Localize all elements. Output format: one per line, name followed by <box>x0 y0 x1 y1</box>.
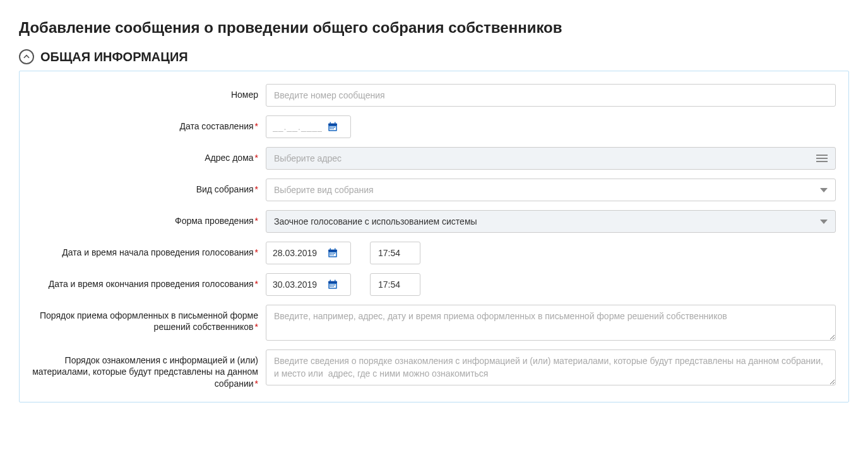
svg-rect-20 <box>334 253 335 254</box>
row-form: Форма проведения* Заочное голосование с … <box>32 210 836 233</box>
svg-rect-31 <box>333 285 334 286</box>
label-info-access: Порядок ознакомления с информацией и (ил… <box>32 349 266 389</box>
svg-rect-26 <box>330 280 331 282</box>
info-access-textarea[interactable] <box>266 349 836 385</box>
end-date-input[interactable] <box>273 274 322 295</box>
svg-rect-13 <box>328 250 337 252</box>
svg-rect-3 <box>335 122 336 124</box>
start-time-input[interactable]: 17:54 <box>370 242 420 264</box>
svg-rect-2 <box>330 122 331 124</box>
svg-rect-6 <box>331 127 333 128</box>
svg-rect-22 <box>331 254 333 255</box>
svg-rect-27 <box>335 280 336 282</box>
label-number: Номер <box>32 84 266 100</box>
form-value: Заочное голосование с использованием сис… <box>274 216 477 226</box>
svg-rect-33 <box>330 286 331 287</box>
general-info-panel: Номер Дата составления* Адрес дома* Выбе… <box>19 71 849 402</box>
meeting-type-select[interactable]: Выберите вид собрания <box>266 179 836 201</box>
svg-rect-34 <box>331 286 333 287</box>
svg-rect-35 <box>333 286 334 287</box>
svg-rect-7 <box>333 127 334 128</box>
start-date-input[interactable] <box>273 243 322 263</box>
row-end: Дата и время окончания проведения голосо… <box>32 273 836 296</box>
svg-rect-23 <box>333 254 334 255</box>
calendar-icon[interactable] <box>327 279 338 290</box>
svg-rect-21 <box>330 254 331 255</box>
svg-rect-10 <box>331 128 333 129</box>
label-end: Дата и время окончания проведения голосо… <box>32 273 266 290</box>
svg-rect-14 <box>330 249 331 250</box>
meeting-type-placeholder: Выберите вид собрания <box>274 185 374 195</box>
row-written-decisions: Порядок приема оформленных в письменной … <box>32 305 836 341</box>
label-date-created: Дата составления* <box>32 115 266 132</box>
number-input[interactable] <box>266 84 836 107</box>
label-address: Адрес дома* <box>32 147 266 163</box>
row-number: Номер <box>32 84 836 107</box>
svg-rect-8 <box>334 127 335 128</box>
svg-rect-17 <box>330 253 331 254</box>
svg-rect-32 <box>334 285 335 286</box>
address-select[interactable]: Выберите адрес <box>266 147 836 170</box>
start-date-picker[interactable] <box>266 242 351 264</box>
written-decisions-textarea[interactable] <box>266 305 836 341</box>
date-created-picker[interactable] <box>266 115 351 138</box>
end-time-input[interactable]: 17:54 <box>370 273 420 296</box>
section-header-toggle[interactable]: ОБЩАЯ ИНФОРМАЦИЯ <box>19 49 849 64</box>
row-info-access: Порядок ознакомления с информацией и (ил… <box>32 349 836 389</box>
row-meeting-type: Вид собрания* Выберите вид собрания <box>32 179 836 201</box>
row-date-created: Дата составления* <box>32 115 836 138</box>
svg-rect-11 <box>333 128 334 129</box>
row-address: Адрес дома* Выберите адрес <box>32 147 836 170</box>
label-form: Форма проведения* <box>32 210 266 226</box>
end-date-picker[interactable] <box>266 273 351 296</box>
svg-rect-1 <box>328 124 337 126</box>
form-select[interactable]: Заочное голосование с использованием сис… <box>266 210 836 233</box>
caret-down-icon <box>820 220 828 224</box>
svg-rect-9 <box>330 128 331 129</box>
row-start: Дата и время начала проведения голосован… <box>32 242 836 264</box>
svg-rect-19 <box>333 253 334 254</box>
address-placeholder: Выберите адрес <box>274 153 342 163</box>
svg-rect-18 <box>331 253 333 254</box>
section-title: ОБЩАЯ ИНФОРМАЦИЯ <box>40 50 188 64</box>
hamburger-icon <box>816 155 828 162</box>
chevron-up-icon <box>19 49 34 64</box>
svg-rect-5 <box>330 127 331 128</box>
svg-rect-25 <box>328 281 337 283</box>
page-title: Добавление сообщения о проведении общего… <box>19 19 849 37</box>
caret-down-icon <box>820 188 828 192</box>
date-created-input[interactable] <box>273 117 322 137</box>
svg-rect-15 <box>335 249 336 250</box>
calendar-icon[interactable] <box>327 121 338 132</box>
calendar-icon[interactable] <box>327 247 338 259</box>
label-written-decisions: Порядок приема оформленных в письменной … <box>32 305 266 332</box>
svg-rect-29 <box>330 285 331 286</box>
label-meeting-type: Вид собрания* <box>32 179 266 195</box>
svg-rect-30 <box>331 285 333 286</box>
label-start: Дата и время начала проведения голосован… <box>32 242 266 258</box>
